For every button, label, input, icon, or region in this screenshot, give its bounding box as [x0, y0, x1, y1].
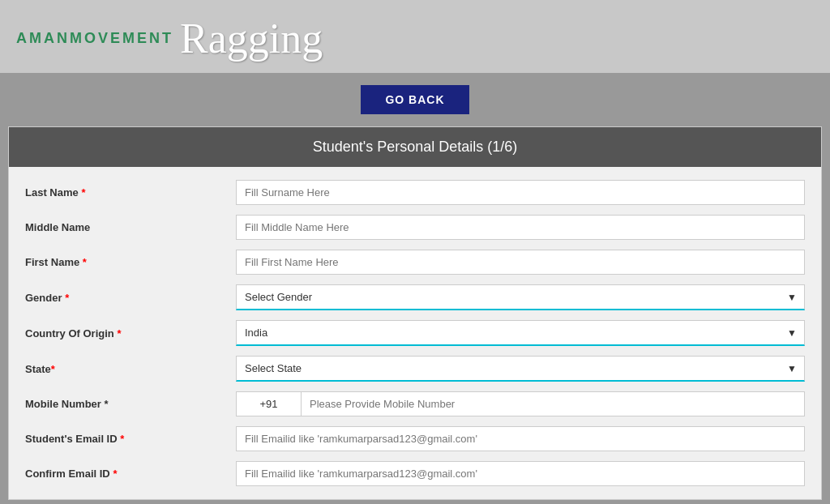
mobile-inputs: +91 [236, 391, 805, 416]
email-label: Student's Email ID * [25, 433, 236, 445]
brand-script: Ragging [180, 18, 323, 60]
confirm-email-row: Confirm Email ID * [25, 456, 805, 491]
form-container: Student's Personal Details (1/6) Last Na… [8, 126, 822, 500]
country-row: Country Of Origin * India USA UK Other ▼ [25, 315, 805, 351]
state-row: State* Select State Maharashtra Uttar Pr… [25, 351, 805, 387]
brand: AMANMOVEMENT Ragging [16, 18, 323, 60]
email-input[interactable] [236, 426, 805, 451]
email-row: Student's Email ID * [25, 421, 805, 456]
form-title: Student's Personal Details (1/6) [9, 127, 821, 167]
first-name-label: First Name * [25, 256, 236, 268]
state-select-wrapper: Select State Maharashtra Uttar Pradesh K… [236, 356, 805, 382]
last-name-row: Last Name * [25, 175, 805, 210]
country-label: Country Of Origin * [25, 327, 236, 340]
confirm-email-input[interactable] [236, 461, 805, 486]
country-select[interactable]: India USA UK Other [236, 320, 805, 346]
middle-name-label: Middle Name [25, 221, 236, 233]
go-back-button[interactable]: GO BACK [361, 85, 468, 114]
first-name-row: First Name * [25, 245, 805, 280]
form-body: Last Name * Middle Name First Name * Gen… [9, 167, 821, 499]
gender-row: Gender * Select Gender Male Female Other… [25, 280, 805, 315]
last-name-input[interactable] [236, 180, 805, 205]
gender-label: Gender * [25, 292, 236, 304]
state-label: State* [25, 363, 236, 375]
state-select[interactable]: Select State Maharashtra Uttar Pradesh K… [236, 356, 805, 382]
go-back-area: GO BACK [0, 73, 830, 126]
middle-name-input[interactable] [236, 215, 805, 240]
confirm-email-label: Confirm Email ID * [25, 468, 236, 480]
mobile-row: Mobile Number * +91 [25, 387, 805, 421]
mobile-label: Mobile Number * [25, 398, 236, 410]
middle-name-row: Middle Name [25, 210, 805, 245]
first-name-input[interactable] [236, 250, 805, 275]
country-select-wrapper: India USA UK Other ▼ [236, 320, 805, 346]
header: AMANMOVEMENT Ragging [0, 0, 830, 73]
gender-select[interactable]: Select Gender Male Female Other [236, 284, 805, 310]
mobile-prefix-input[interactable]: +91 [236, 391, 301, 416]
last-name-label: Last Name * [25, 186, 236, 199]
mobile-number-input[interactable] [301, 391, 805, 416]
brand-text: AMANMOVEMENT [16, 30, 173, 47]
gender-select-wrapper: Select Gender Male Female Other ▼ [236, 284, 805, 310]
